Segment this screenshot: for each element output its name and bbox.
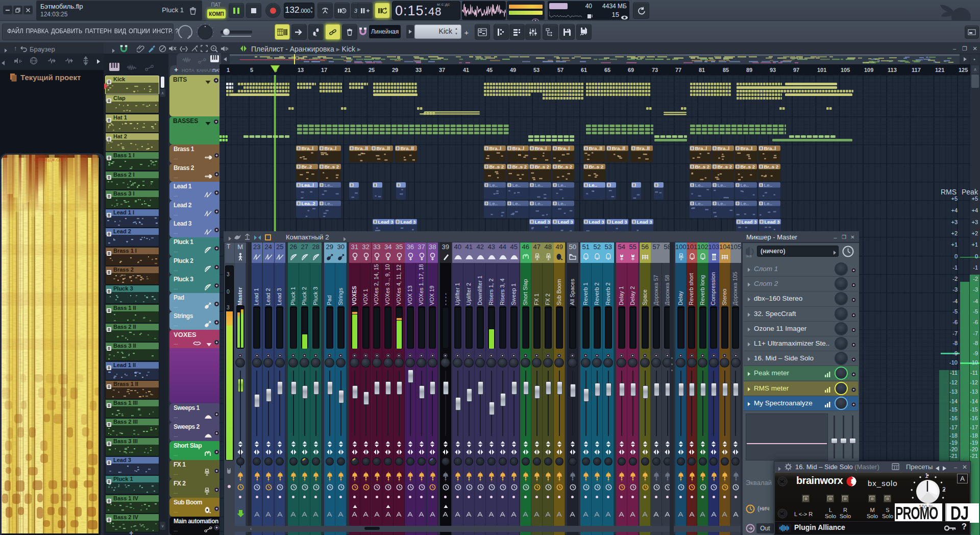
svg-text:Br..s 2: Br..s 2: [558, 164, 573, 169]
svg-text:81: 81: [699, 67, 705, 73]
svg-text:Lead 3: Lead 3: [535, 219, 550, 225]
svg-text:Le..: Le..: [512, 201, 521, 206]
svg-text:Bra..ll: Bra..ll: [636, 145, 650, 151]
svg-text:Br..s 2: Br..s 2: [589, 164, 604, 169]
svg-text:Bra..l: Bra..l: [558, 145, 570, 151]
svg-text:Bra..ll: Bra..ll: [355, 145, 368, 151]
svg-text:29: 29: [392, 67, 398, 73]
svg-text:1: 1: [227, 67, 230, 73]
svg-text:45: 45: [486, 67, 493, 73]
svg-text:17: 17: [321, 67, 327, 73]
svg-text:Le..: Le..: [718, 201, 726, 206]
svg-text:Le..: Le..: [489, 182, 498, 188]
svg-text:Le..: Le..: [695, 201, 703, 206]
svg-text:Br..s 2: Br..s 2: [535, 164, 550, 169]
svg-text:Le..: Le..: [512, 182, 521, 188]
svg-text:Br..s 2: Br..s 2: [741, 164, 755, 169]
svg-text:Le..: Le..: [764, 182, 772, 188]
svg-text:Bra..l: Bra..l: [741, 145, 753, 151]
svg-text:Bra..ll: Bra..ll: [401, 145, 414, 151]
svg-text:Le..: Le..: [741, 201, 749, 206]
svg-text:Bra..ll: Bra..ll: [377, 145, 390, 151]
svg-text:Bra..l: Bra..l: [489, 145, 502, 151]
svg-text:113: 113: [888, 67, 897, 73]
svg-text:Br..s 2: Br..s 2: [718, 164, 732, 169]
svg-text:37: 37: [439, 67, 445, 73]
svg-text:Le..: Le..: [558, 182, 566, 188]
svg-text:73: 73: [652, 67, 658, 73]
svg-text:77: 77: [675, 67, 681, 73]
svg-text:Br..s 2: Br..s 2: [764, 164, 779, 169]
svg-text:Br..s 2: Br..s 2: [489, 164, 504, 169]
svg-text:25: 25: [369, 67, 375, 73]
svg-text:Lead 3: Lead 3: [589, 219, 604, 225]
svg-text:Le..: Le..: [325, 182, 333, 188]
svg-text:Bra..l: Bra..l: [302, 145, 314, 151]
svg-text:Lead 3: Lead 3: [765, 219, 780, 225]
svg-text:Le..: Le..: [489, 201, 498, 206]
svg-text:Lead 3: Lead 3: [378, 219, 394, 225]
svg-text:Le..: Le..: [695, 182, 703, 188]
svg-text:Lea..2: Lea..2: [302, 201, 315, 206]
svg-text:97: 97: [793, 67, 799, 73]
svg-text:5: 5: [250, 67, 253, 73]
svg-text:Bra..l: Bra..l: [325, 145, 337, 151]
svg-text:33: 33: [415, 67, 422, 73]
svg-text:Le..: Le..: [718, 182, 726, 188]
svg-text:Bra..ll: Bra..ll: [589, 145, 602, 151]
svg-text:Br..s 2: Br..s 2: [325, 164, 339, 169]
svg-text:121: 121: [935, 67, 944, 73]
svg-text:Br..2: Br..2: [302, 164, 312, 169]
svg-text:Lead 3: Lead 3: [637, 219, 652, 225]
svg-text:Lead 3: Lead 3: [742, 219, 757, 225]
svg-text:57: 57: [557, 67, 564, 73]
svg-text:Bra..l: Bra..l: [512, 145, 525, 151]
svg-text:Lead 3: Lead 3: [558, 219, 573, 225]
svg-text:41: 41: [463, 67, 469, 73]
svg-text:Bra..ll: Bra..ll: [612, 145, 625, 151]
svg-text:49: 49: [510, 67, 516, 73]
svg-text:21: 21: [345, 67, 351, 73]
svg-text:61: 61: [581, 67, 587, 73]
svg-text:13: 13: [298, 67, 304, 73]
svg-text:Br..s 2: Br..s 2: [695, 164, 710, 169]
svg-text:ЭКВ: ЭКВ: [746, 255, 752, 258]
svg-text:Le..: Le..: [741, 182, 749, 188]
svg-text:Bra..l: Bra..l: [764, 145, 776, 151]
svg-text:85: 85: [723, 67, 729, 73]
svg-text:89: 89: [746, 67, 752, 73]
svg-text:93: 93: [770, 67, 776, 73]
svg-text:101: 101: [817, 67, 826, 73]
svg-text:69: 69: [628, 67, 634, 73]
svg-text:105: 105: [841, 67, 850, 73]
svg-text:Le..: Le..: [325, 201, 333, 206]
svg-text:117: 117: [912, 67, 921, 73]
svg-text:Bra..l: Bra..l: [695, 145, 707, 151]
svg-text:Le..: Le..: [764, 201, 772, 206]
svg-text:Le..: Le..: [589, 182, 597, 188]
svg-text:Lead 3: Lead 3: [612, 219, 627, 225]
svg-text:Bra..l: Bra..l: [535, 145, 547, 151]
svg-text:Lead 3: Lead 3: [401, 219, 416, 225]
svg-text:Le..: Le..: [535, 182, 543, 188]
svg-text:53: 53: [533, 67, 540, 73]
svg-text:промодж.com: промодж.com: [34, 157, 66, 162]
svg-text:109: 109: [864, 67, 873, 73]
svg-text:Lea..l: Lea..l: [302, 182, 314, 188]
svg-text:Br..s 2: Br..s 2: [512, 164, 527, 169]
svg-text:Bra..l: Bra..l: [718, 145, 730, 151]
svg-text:125: 125: [959, 67, 968, 73]
svg-text:65: 65: [604, 67, 610, 73]
svg-text:Le..: Le..: [558, 201, 566, 206]
svg-text:Le..: Le..: [535, 201, 543, 206]
